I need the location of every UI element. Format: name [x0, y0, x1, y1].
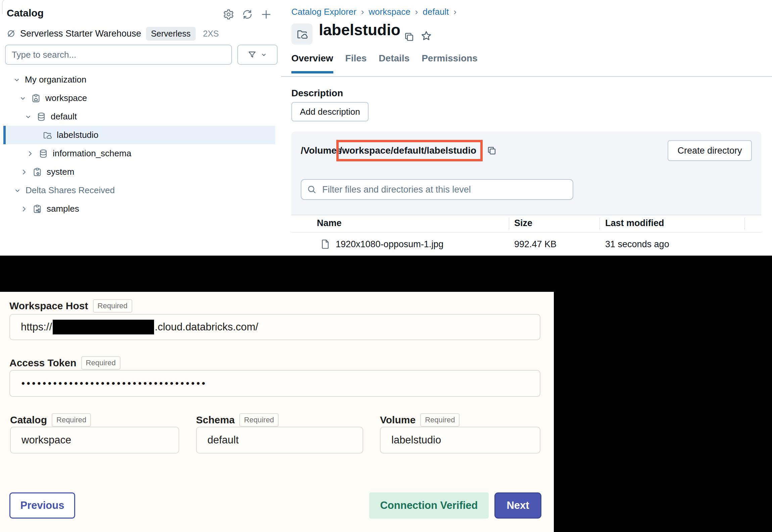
- workspace-host-field[interactable]: https:// .cloud.databricks.com/: [9, 314, 540, 340]
- schema-label-row: Schema Required: [196, 413, 279, 427]
- next-button[interactable]: Next: [494, 492, 541, 519]
- tree-item-workspace[interactable]: workspace: [3, 89, 275, 107]
- tree-item-labelstudio-selected[interactable]: labelstudio: [3, 126, 275, 144]
- tree-item-default[interactable]: default: [3, 107, 275, 126]
- access-token-label: Access Token: [9, 357, 77, 369]
- page-title: labelstudio: [319, 21, 400, 39]
- file-last-modified: 31 seconds ago: [605, 239, 669, 250]
- previous-button[interactable]: Previous: [9, 492, 75, 519]
- tree-item-delta-shares-received[interactable]: Delta Shares Received: [3, 181, 275, 200]
- workspace-host-label: Workspace Host: [9, 300, 88, 312]
- chevron-down-icon[interactable]: [24, 113, 32, 121]
- refresh-icon[interactable]: [242, 9, 253, 20]
- tree-item-samples[interactable]: samples: [3, 200, 275, 218]
- catalog-explorer-window: Catalog Serverless Starter Warehouse Ser…: [0, 0, 772, 256]
- volume-path-row: /Volumes /workspace/default/labelstudio: [301, 140, 497, 162]
- tree-item-label: My organization: [25, 74, 87, 85]
- required-badge: Required: [239, 413, 279, 427]
- warehouse-row[interactable]: Serverless Starter Warehouse Serverless …: [6, 26, 219, 41]
- volume-field: [380, 427, 540, 454]
- explorer-main: Catalog Explorer › workspace › default ›…: [281, 0, 772, 256]
- schema-field: [196, 427, 363, 454]
- volume-input[interactable]: [381, 427, 540, 453]
- tab-details[interactable]: Details: [379, 53, 409, 73]
- description-heading: Description: [291, 88, 343, 99]
- shared-catalog-icon: [32, 204, 42, 214]
- column-header-name[interactable]: Name: [317, 218, 342, 228]
- table-row[interactable]: 1920x1080-opposum-1.jpg 992.47 KB 31 sec…: [291, 232, 761, 256]
- volume-path-annotation-box: /workspace/default/labelstudio: [336, 140, 483, 161]
- file-filter-input[interactable]: [322, 184, 573, 195]
- breadcrumb-link-catalog-explorer[interactable]: Catalog Explorer: [291, 7, 356, 17]
- chevron-right-icon[interactable]: [26, 150, 34, 158]
- host-value-prefix: https://: [21, 321, 52, 333]
- catalog-input[interactable]: [11, 427, 179, 453]
- column-divider: [744, 218, 745, 230]
- required-badge: Required: [93, 299, 132, 313]
- file-filter-box: [301, 179, 573, 200]
- connection-form: Workspace Host Required https:// .cloud.…: [0, 292, 554, 532]
- catalog-field: [10, 427, 179, 454]
- copy-icon[interactable]: [487, 146, 497, 156]
- tree-item-system[interactable]: system: [3, 163, 275, 181]
- tree-item-label: samples: [47, 204, 79, 214]
- copy-icon[interactable]: [404, 32, 415, 42]
- schema-input[interactable]: [197, 427, 363, 453]
- chevron-down-icon[interactable]: [13, 187, 21, 195]
- workspace-host-value: https:// .cloud.databricks.com/: [10, 320, 258, 334]
- gear-icon[interactable]: [223, 9, 234, 20]
- required-badge: Required: [81, 356, 120, 370]
- plus-icon[interactable]: [260, 9, 272, 20]
- screenshot-root: Catalog Serverless Starter Warehouse Ser…: [0, 0, 772, 532]
- workspace-host-label-row: Workspace Host Required: [9, 299, 132, 313]
- catalog-search-box: [5, 45, 232, 65]
- catalog-sidebar: Catalog Serverless Starter Warehouse Ser…: [0, 0, 282, 256]
- tree-item-information-schema[interactable]: information_schema: [3, 144, 275, 163]
- catalog-panel-title: Catalog: [7, 7, 44, 19]
- files-panel: /Volumes /workspace/default/labelstudio …: [291, 131, 761, 256]
- volume-path-prefix: /Volumes: [301, 145, 342, 156]
- add-description-button[interactable]: Add description: [291, 102, 369, 121]
- breadcrumb-link-default[interactable]: default: [423, 7, 449, 17]
- tab-overview[interactable]: Overview: [291, 53, 333, 73]
- schema-icon: [38, 149, 48, 159]
- tab-permissions[interactable]: Permissions: [422, 53, 478, 73]
- star-icon[interactable]: [421, 30, 432, 42]
- funnel-icon: [247, 50, 257, 59]
- catalog-search-input[interactable]: [6, 45, 243, 64]
- required-badge: Required: [420, 413, 460, 427]
- column-header-last-modified[interactable]: Last modified: [605, 218, 664, 228]
- tree-item-label: workspace: [45, 93, 87, 103]
- tree-item-label: Delta Shares Received: [26, 185, 115, 196]
- access-token-field[interactable]: •••••••••••••••••••••••••••••••••••: [9, 370, 540, 397]
- tree-item-my-organization[interactable]: My organization: [3, 70, 275, 89]
- file-icon: [320, 239, 330, 249]
- warehouse-name: Serverless Starter Warehouse: [20, 29, 141, 39]
- column-header-size[interactable]: Size: [514, 218, 532, 228]
- chevron-right-icon[interactable]: [20, 168, 28, 176]
- volume-label-row: Volume Required: [380, 413, 460, 427]
- connection-verified-status: Connection Verified: [369, 492, 489, 519]
- catalog-tree: My organization workspace default labels…: [3, 70, 275, 218]
- chevron-down-icon: [260, 51, 268, 58]
- tab-bar-divider: [281, 76, 772, 77]
- file-size: 992.47 KB: [514, 239, 557, 250]
- catalog-label: Catalog: [10, 414, 47, 426]
- file-name[interactable]: 1920x1080-opposum-1.jpg: [336, 239, 443, 250]
- chevron-down-icon[interactable]: [13, 76, 21, 84]
- serverless-badge: Serverless: [146, 27, 196, 41]
- tree-item-label: default: [51, 111, 77, 122]
- chevron-down-icon[interactable]: [19, 94, 27, 102]
- breadcrumb-link-workspace[interactable]: workspace: [369, 7, 410, 17]
- create-directory-button[interactable]: Create directory: [668, 140, 752, 161]
- filter-button[interactable]: [237, 45, 278, 65]
- chevron-right-icon[interactable]: [20, 205, 28, 213]
- catalog-panel-actions: [223, 9, 272, 20]
- schema-icon: [36, 112, 46, 122]
- tab-files[interactable]: Files: [345, 53, 367, 73]
- volume-title-iconbox: [291, 23, 312, 45]
- access-token-label-row: Access Token Required: [9, 356, 120, 370]
- volume-icon: [296, 28, 308, 41]
- tab-bar: Overview Files Details Permissions: [291, 53, 478, 73]
- tree-item-label: information_schema: [53, 148, 131, 159]
